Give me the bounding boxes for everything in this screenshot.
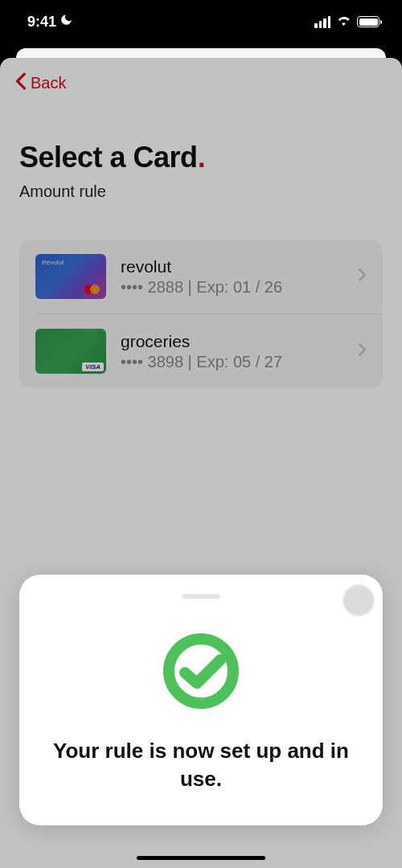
wifi-icon xyxy=(336,14,351,29)
svg-point-0 xyxy=(169,639,233,703)
status-right xyxy=(314,14,379,29)
status-time: 9:41 xyxy=(27,14,56,31)
sheet-grabber[interactable] xyxy=(182,594,220,599)
home-indicator[interactable] xyxy=(137,856,265,861)
cellular-icon xyxy=(314,16,330,28)
success-icon-wrap xyxy=(42,631,360,714)
success-message: Your rule is now set up and in use. xyxy=(42,737,360,793)
checkmark-circle-icon xyxy=(161,631,241,714)
success-sheet: Your rule is now set up and in use. xyxy=(19,575,383,825)
battery-icon xyxy=(357,16,379,27)
close-button[interactable] xyxy=(343,584,375,616)
status-left: 9:41 xyxy=(27,13,73,31)
status-bar: 9:41 xyxy=(0,0,402,43)
dnd-moon-icon xyxy=(59,13,73,31)
